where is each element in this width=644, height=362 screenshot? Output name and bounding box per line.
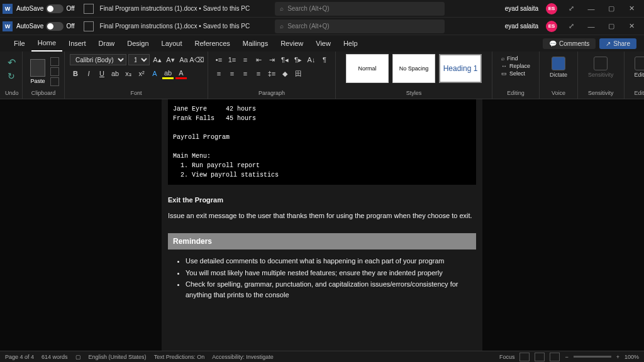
autosave-toggle[interactable]: AutoSave Off <box>16 4 75 13</box>
clear-format-icon[interactable]: A⌫ <box>191 54 203 65</box>
italic-button[interactable]: I <box>83 68 94 79</box>
document-page[interactable]: Jane Eyre 42 hours Frank Falls 45 hours … <box>162 99 482 351</box>
bold-button[interactable]: B <box>70 68 81 79</box>
subscript-button[interactable]: x₂ <box>123 68 134 79</box>
status-words[interactable]: 614 words <box>42 354 68 360</box>
tab-home[interactable]: Home <box>31 35 62 52</box>
autosave-toggle[interactable]: AutoSave Off <box>16 22 75 31</box>
undo-icon[interactable]: ↶ <box>8 57 14 69</box>
title-right: eyad salaita ES ⤢ — ▢ ✕ <box>505 20 641 33</box>
maximize-button[interactable]: ▢ <box>605 20 618 33</box>
shrink-font-icon[interactable]: A▾ <box>165 54 176 65</box>
zoom-out-icon[interactable]: − <box>565 354 568 360</box>
save-icon[interactable] <box>84 21 94 31</box>
change-case-icon[interactable]: Aa <box>178 54 189 65</box>
superscript-button[interactable]: x² <box>136 68 147 79</box>
user-avatar[interactable]: ES <box>546 3 557 14</box>
exit-heading: Exit the Program <box>168 195 476 206</box>
maximize-button[interactable]: ▢ <box>605 3 618 15</box>
toggle-off-icon[interactable] <box>46 4 64 13</box>
clipboard-group: Paste Clipboard <box>23 52 65 99</box>
shading-icon[interactable]: ◆ <box>279 68 291 79</box>
close-button[interactable]: ✕ <box>625 20 638 33</box>
find-button[interactable]: ⌕Find <box>501 55 530 62</box>
strike-button[interactable]: ab <box>109 68 121 79</box>
status-predictions[interactable]: Text Predictions: On <box>154 354 205 360</box>
comments-button[interactable]: 💬Comments <box>543 38 596 49</box>
zoom-slider[interactable] <box>574 356 611 358</box>
font-color-icon[interactable]: A <box>175 68 187 79</box>
decrease-indent-icon[interactable]: ⇤ <box>253 54 264 65</box>
style-no-spacing[interactable]: No Spacing <box>392 54 435 83</box>
document-title[interactable]: Final Program instructions (1).docx • Sa… <box>100 23 250 30</box>
ltr-icon[interactable]: ¶◂ <box>279 54 291 65</box>
comments-label: Comments <box>559 40 589 47</box>
status-page[interactable]: Page 4 of 4 <box>5 354 34 360</box>
save-icon[interactable] <box>84 4 94 14</box>
multilevel-icon[interactable]: ≡ <box>240 54 251 65</box>
format-painter-icon[interactable] <box>50 77 59 86</box>
search-input[interactable]: ⌕ Search (Alt+Q) <box>275 19 445 33</box>
paste-button[interactable]: Paste <box>28 58 48 85</box>
align-left-icon[interactable]: ≡ <box>213 68 225 79</box>
tab-view[interactable]: View <box>309 35 337 52</box>
font-name-select[interactable]: Calibri (Body) <box>70 54 126 65</box>
title-bar-1: W AutoSave Off Final Program instruction… <box>0 0 644 18</box>
cut-icon[interactable] <box>50 57 59 66</box>
justify-icon[interactable]: ≡ <box>253 68 264 79</box>
tab-design[interactable]: Design <box>121 35 155 52</box>
document-title[interactable]: Final Program instructions (1).docx • Sa… <box>100 5 250 12</box>
web-layout-icon[interactable] <box>550 353 560 361</box>
line-spacing-icon[interactable]: ‡≡ <box>266 68 277 79</box>
ribbon-options-icon[interactable]: ⤢ <box>565 20 577 33</box>
select-button[interactable]: ▭Select <box>501 70 530 77</box>
document-area[interactable]: Jane Eyre 42 hours Frank Falls 45 hours … <box>0 99 644 351</box>
copy-icon[interactable] <box>50 67 59 76</box>
text-effects-icon[interactable]: A <box>149 68 160 79</box>
share-button[interactable]: ↗Share <box>599 38 636 49</box>
tab-mailings[interactable]: Mailings <box>236 35 274 52</box>
grow-font-icon[interactable]: A▴ <box>152 54 163 65</box>
user-avatar[interactable]: ES <box>546 21 557 32</box>
tab-insert[interactable]: Insert <box>62 35 92 52</box>
increase-indent-icon[interactable]: ⇥ <box>266 54 277 65</box>
tab-help[interactable]: Help <box>337 35 364 52</box>
tab-layout[interactable]: Layout <box>155 35 189 52</box>
tab-draw[interactable]: Draw <box>92 35 121 52</box>
print-layout-icon[interactable] <box>535 353 545 361</box>
ribbon-options-icon[interactable]: ⤢ <box>565 3 577 15</box>
search-input[interactable]: ⌕ Search (Alt+Q) <box>275 2 445 16</box>
borders-icon[interactable]: 田 <box>292 68 304 79</box>
style-heading1[interactable]: Heading 1 <box>439 54 482 83</box>
close-button[interactable]: ✕ <box>625 3 638 15</box>
tab-references[interactable]: References <box>189 35 236 52</box>
status-spellcheck-icon[interactable]: ▢ <box>75 354 81 360</box>
status-language[interactable]: English (United States) <box>89 354 147 360</box>
align-center-icon[interactable]: ≡ <box>226 68 238 79</box>
dictate-button[interactable]: Dictate <box>545 54 572 80</box>
font-size-select[interactable]: 12 <box>128 54 150 65</box>
highlight-icon[interactable]: ab <box>162 68 174 79</box>
tab-file[interactable]: File <box>8 35 31 52</box>
sort-icon[interactable]: A↓ <box>306 54 317 65</box>
underline-button[interactable]: U <box>96 68 108 79</box>
minimize-button[interactable]: — <box>585 20 597 33</box>
rtl-icon[interactable]: ¶▸ <box>292 54 304 65</box>
toggle-off-icon[interactable] <box>46 22 64 31</box>
align-right-icon[interactable]: ≡ <box>240 68 251 79</box>
zoom-level[interactable]: 100% <box>625 354 639 360</box>
redo-icon[interactable]: ↻ <box>8 71 14 81</box>
read-mode-icon[interactable] <box>519 353 530 361</box>
replace-button[interactable]: ↔Replace <box>501 63 530 69</box>
sensitivity-button[interactable]: Sensitivity <box>583 54 619 80</box>
tab-review[interactable]: Review <box>274 35 309 52</box>
status-accessibility[interactable]: Accessibility: Investigate <box>212 354 274 360</box>
show-marks-icon[interactable]: ¶ <box>319 54 330 65</box>
numbering-icon[interactable]: 1≡ <box>226 54 238 65</box>
style-normal[interactable]: Normal <box>346 54 389 83</box>
bullets-icon[interactable]: •≡ <box>213 54 225 65</box>
editor-button[interactable]: Editor <box>630 54 644 80</box>
focus-mode[interactable]: Focus <box>499 354 515 360</box>
minimize-button[interactable]: — <box>585 3 597 15</box>
zoom-in-icon[interactable]: + <box>616 354 619 360</box>
